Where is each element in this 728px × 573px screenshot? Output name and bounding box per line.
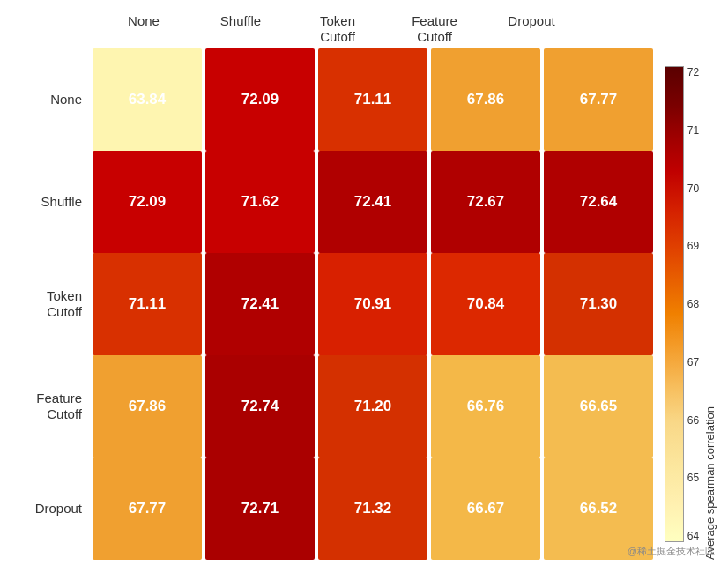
cell-4-1: 72.71 <box>205 458 315 560</box>
cell-1-3: 72.67 <box>431 151 540 253</box>
heatmap-section: NoneShuffleTokenCutoffFeatureCutoffDropo… <box>11 13 655 560</box>
cell-4-2: 71.32 <box>318 458 427 560</box>
cell-0-1: 72.09 <box>205 48 315 151</box>
cell-1-0: 72.09 <box>93 151 202 253</box>
cell-1-1: 71.62 <box>205 151 315 253</box>
watermark: @稀土掘金技术社区 <box>628 545 715 558</box>
heatmap-row-1: Shuffle72.0971.6272.4172.6772.64 <box>11 151 655 253</box>
cell-3-1: 72.74 <box>205 355 315 458</box>
cell-0-2: 71.11 <box>318 48 427 151</box>
cell-2-3: 70.84 <box>431 253 540 355</box>
colorbar-tick-8: 64 <box>687 530 699 542</box>
row-label-2: TokenCutoff <box>11 288 91 320</box>
cell-0-3: 67.86 <box>431 48 540 151</box>
colorbar-tick-5: 67 <box>687 356 699 368</box>
colorbar <box>665 66 684 542</box>
colorbar-tick-7: 65 <box>687 472 699 484</box>
col-header-4: Dropout <box>483 13 580 45</box>
chart-container: NoneShuffleTokenCutoffFeatureCutoffDropo… <box>3 4 725 569</box>
colorbar-labels: 727170696867666564 <box>684 66 699 542</box>
cell-4-0: 67.77 <box>93 458 202 560</box>
cell-1-2: 72.41 <box>318 151 427 253</box>
col-header-0: None <box>95 13 192 45</box>
cell-2-0: 71.11 <box>93 253 202 355</box>
col-headers: NoneShuffleTokenCutoffFeatureCutoffDropo… <box>95 13 655 45</box>
colorbar-tick-1: 71 <box>687 124 699 137</box>
col-header-2: TokenCutoff <box>289 13 386 45</box>
cell-3-4: 66.65 <box>544 355 653 458</box>
cell-3-3: 66.76 <box>431 355 540 458</box>
colorbar-section: 727170696867666564 Average spearman corr… <box>664 13 717 560</box>
cell-3-2: 71.20 <box>318 355 427 458</box>
heatmap-row-3: FeatureCutoff67.8672.7471.2066.7666.65 <box>11 355 655 458</box>
row-label-3: FeatureCutoff <box>11 391 91 422</box>
colorbar-axis: 727170696867666564 <box>665 66 699 542</box>
cell-3-0: 67.86 <box>93 355 202 458</box>
colorbar-tick-4: 68 <box>687 298 699 310</box>
heatmap-row-0: None63.8472.0971.1167.8667.77 <box>11 48 655 151</box>
colorbar-tick-3: 69 <box>687 240 699 252</box>
row-label-0: None <box>11 92 91 108</box>
col-header-3: FeatureCutoff <box>386 13 483 45</box>
cell-0-0: 63.84 <box>93 48 202 151</box>
colorbar-title: Average spearman correlation <box>703 13 717 560</box>
cell-2-2: 70.91 <box>318 253 427 355</box>
colorbar-tick-6: 66 <box>687 414 699 427</box>
colorbar-tick-2: 70 <box>687 182 699 195</box>
cell-1-4: 72.64 <box>544 151 653 253</box>
heatmap-row-4: Dropout67.7772.7171.3266.6766.52 <box>11 458 655 560</box>
col-header-1: Shuffle <box>192 13 289 45</box>
row-label-4: Dropout <box>11 501 91 517</box>
cell-2-4: 71.30 <box>544 253 653 355</box>
colorbar-wrapper: 727170696867666564 <box>664 66 700 542</box>
colorbar-tick-0: 72 <box>687 66 699 78</box>
cell-0-4: 67.77 <box>544 48 653 151</box>
heatmap-rows: None63.8472.0971.1167.8667.77Shuffle72.0… <box>11 48 655 560</box>
row-label-1: Shuffle <box>11 194 91 210</box>
cell-4-3: 66.67 <box>431 458 540 560</box>
heatmap-row-2: TokenCutoff71.1172.4170.9170.8471.30 <box>11 253 655 355</box>
cell-2-1: 72.41 <box>205 253 315 355</box>
